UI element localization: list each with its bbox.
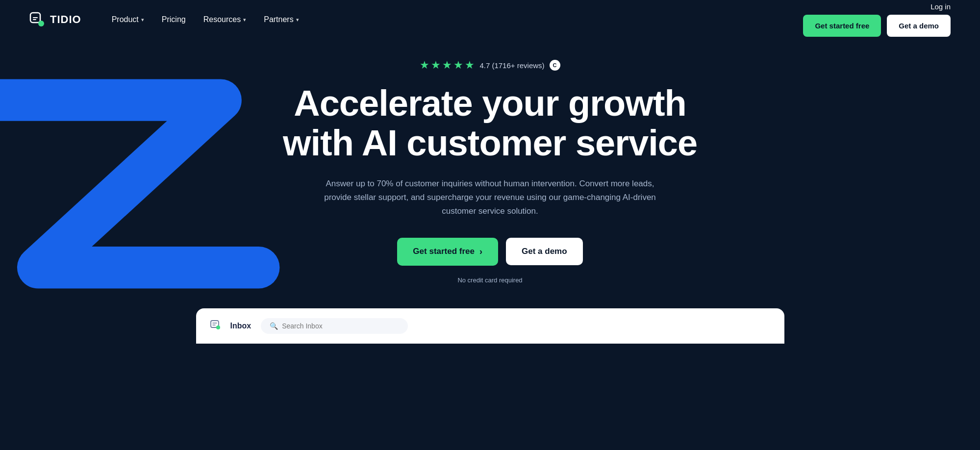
nav-links: Product ▾ Pricing Resources ▾ Partners ▾ (105, 11, 306, 28)
arrow-icon: › (479, 247, 482, 257)
hero-cta-row: Get started free › Get a demo (397, 238, 582, 266)
nav-link-product[interactable]: Product ▾ (105, 11, 151, 28)
login-link[interactable]: Log in (930, 2, 951, 11)
resources-chevron-icon: ▾ (243, 17, 246, 23)
star-1: ★ (420, 59, 429, 72)
nav-item-partners: Partners ▾ (257, 11, 305, 28)
hero-section: ★ ★ ★ ★ ★ 4.7 (1716+ reviews) C Accelera… (0, 39, 980, 344)
hero-title: Accelerate your growth with AI customer … (270, 83, 711, 163)
inbox-icon (210, 319, 221, 332)
nav-get-started-button[interactable]: Get started free (803, 15, 881, 37)
navbar: TIDIO Product ▾ Pricing Resources ▾ (0, 0, 980, 39)
hero-cta: Get started free › Get a demo No credit … (270, 238, 711, 284)
star-2: ★ (431, 59, 441, 72)
rating-score: 4.7 (1716+ reviews) (479, 61, 544, 70)
capterra-icon: C (550, 60, 560, 71)
hero-get-demo-button[interactable]: Get a demo (506, 238, 583, 265)
logo[interactable]: TIDIO (29, 12, 81, 27)
hero-content: ★ ★ ★ ★ ★ 4.7 (1716+ reviews) C Accelera… (270, 59, 711, 284)
inbox-label: Inbox (230, 322, 251, 330)
rating-row: ★ ★ ★ ★ ★ 4.7 (1716+ reviews) C (270, 59, 711, 72)
search-icon: 🔍 (270, 322, 278, 330)
nav-item-resources: Resources ▾ (197, 11, 253, 28)
nav-link-pricing[interactable]: Pricing (155, 11, 193, 28)
inbox-search-input[interactable] (282, 322, 399, 330)
no-credit-text: No credit card required (457, 276, 522, 284)
nav-right: Log in Get started free Get a demo (803, 2, 951, 37)
star-5: ★ (465, 59, 475, 72)
hero-subtitle: Answer up to 70% of customer inquiries w… (319, 177, 662, 218)
product-chevron-icon: ▾ (141, 17, 144, 23)
star-rating: ★ ★ ★ ★ ★ (420, 59, 475, 72)
svg-point-3 (216, 325, 220, 329)
nav-buttons: Get started free Get a demo (803, 15, 951, 37)
nav-get-demo-button[interactable]: Get a demo (887, 15, 951, 37)
nav-link-partners[interactable]: Partners ▾ (257, 11, 305, 28)
star-3: ★ (442, 59, 452, 72)
partners-chevron-icon: ▾ (296, 17, 299, 23)
hero-get-started-button[interactable]: Get started free › (397, 238, 498, 266)
logo-text: TIDIO (50, 13, 81, 26)
inbox-preview: Inbox 🔍 (196, 308, 784, 344)
star-4: ★ (453, 59, 463, 72)
svg-point-1 (38, 21, 44, 26)
inbox-search-container[interactable]: 🔍 (261, 318, 408, 334)
nav-item-pricing: Pricing (155, 11, 193, 28)
nav-link-resources[interactable]: Resources ▾ (197, 11, 253, 28)
nav-item-product: Product ▾ (105, 11, 151, 28)
